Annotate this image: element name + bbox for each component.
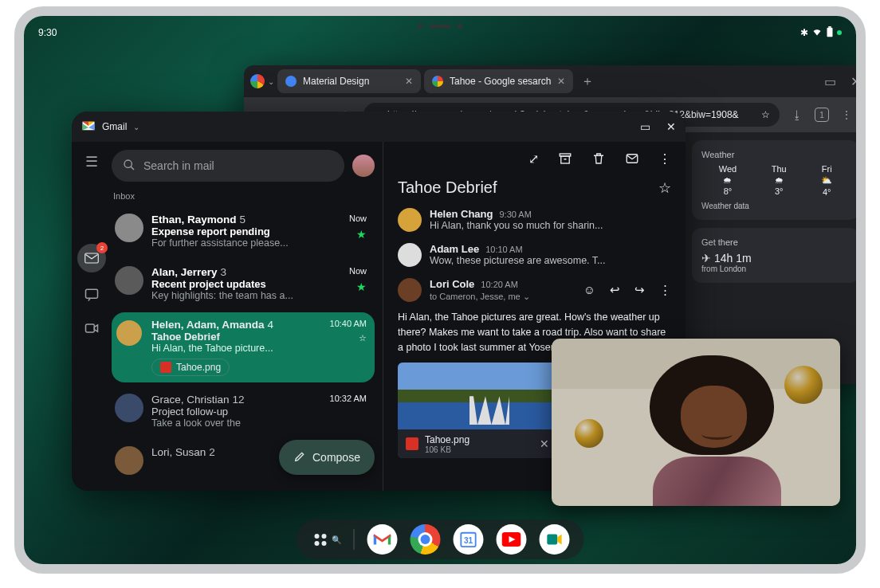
avatar-icon (115, 319, 143, 347)
maximize-icon[interactable]: ▭ (824, 74, 836, 89)
menu-icon[interactable]: ☰ (85, 153, 98, 171)
thread-list-column: Search in mail Inbox Ethan, Raymond5 Exp… (112, 142, 383, 491)
svg-rect-7 (561, 156, 570, 163)
close-window-icon[interactable]: ✕ (666, 120, 676, 133)
get-there-card[interactable]: Get there ✈ 14h 1m from London (692, 228, 859, 283)
nav-rail: ☰ 2 (72, 142, 112, 491)
meet-icon[interactable] (84, 320, 100, 339)
gmail-titlebar[interactable]: Gmail ⌄ ▭ ✕ (72, 112, 686, 142)
taskbar-chrome[interactable] (411, 524, 441, 555)
star-icon[interactable]: ☆ (658, 179, 671, 197)
inbox-label: Inbox (112, 188, 375, 207)
thread-item[interactable]: Grace, Christian12 Project follow-up Tak… (112, 387, 375, 435)
avatar-icon (115, 446, 143, 475)
gmail-title: Gmail (102, 121, 127, 132)
getthere-duration: ✈ 14h 1m (701, 252, 850, 265)
mail-icon (84, 253, 99, 264)
delete-icon[interactable] (591, 151, 606, 169)
status-dot-icon (837, 30, 842, 35)
svg-rect-13 (547, 535, 557, 545)
weather-footer: Weather data (701, 202, 850, 210)
image-file-icon (406, 437, 418, 450)
gmail-logo-icon (81, 120, 96, 134)
bluetooth-icon: ✱ (800, 27, 808, 38)
tablet-frame: 9:30 ✱ ⌄ Material Design ✕ (14, 6, 866, 574)
search-placeholder: Search in mail (143, 159, 214, 172)
search-input[interactable]: Search in mail (112, 150, 344, 182)
taskbar-calendar[interactable]: 31 (454, 524, 484, 555)
mail-nav-button[interactable]: 2 (77, 244, 106, 272)
status-bar: 9:30 ✱ (38, 24, 842, 41)
more-icon[interactable]: ⋮ (658, 151, 671, 169)
image-file-icon (160, 362, 171, 373)
star-icon[interactable]: ★ (356, 228, 367, 241)
close-tab-icon[interactable]: ✕ (405, 76, 413, 87)
taskbar-gmail[interactable] (367, 524, 398, 555)
new-tab-button[interactable]: ＋ (576, 70, 599, 92)
expanded-message: Lori Cole10:20 AM to Cameron, Jesse, me … (398, 278, 671, 302)
svg-rect-2 (85, 253, 99, 263)
more-icon[interactable]: ⋮ (659, 283, 671, 297)
weather-card[interactable]: Weather Wed🌧8° Thu🌧3° Fri⛅4° Weather dat… (692, 140, 859, 220)
compose-button[interactable]: Compose (279, 440, 375, 475)
favicon-icon (285, 76, 297, 87)
thread-item[interactable]: Ethan, Raymond5 Expense report pending F… (112, 207, 375, 255)
chrome-tabbar: ⌄ Material Design ✕ Tahoe - Google sesar… (244, 65, 866, 97)
getthere-title: Get there (701, 237, 850, 247)
taskbar: 🔍 31 (297, 519, 584, 559)
archive-icon[interactable] (558, 151, 572, 169)
star-icon[interactable]: ★ (356, 280, 367, 293)
chevron-down-icon[interactable]: ⌄ (133, 123, 139, 131)
taskbar-youtube[interactable] (497, 524, 527, 555)
attachment-preview[interactable]: Tahoe.png 106 KB ✕ (398, 363, 557, 458)
tab-count[interactable]: 1 (815, 108, 829, 122)
weather-title: Weather (701, 150, 850, 159)
mail-badge: 2 (96, 242, 108, 253)
attachment-chip[interactable]: Tahoe.png (151, 359, 230, 376)
avatar-icon (115, 214, 143, 242)
expand-icon[interactable]: ⤢ (528, 151, 539, 169)
svg-point-5 (124, 160, 132, 167)
tab-label: Tahoe - Google sesarch (450, 76, 551, 87)
download-icon[interactable]: ⭳ (788, 108, 807, 121)
emoji-icon[interactable]: ☺ (583, 283, 595, 297)
close-tab-icon[interactable]: ✕ (557, 76, 565, 87)
chat-icon[interactable] (84, 287, 100, 306)
avatar-icon (115, 266, 143, 295)
weather-day: Wed🌧8° (719, 164, 737, 197)
svg-rect-1 (828, 26, 831, 28)
weather-day: Thu🌧3° (772, 164, 787, 197)
app-drawer-button[interactable]: 🔍 (311, 530, 341, 549)
chrome-app-switcher[interactable]: ⌄ (250, 74, 274, 88)
tab-label: Material Design (303, 76, 369, 87)
attachment-name: Tahoe.png (425, 434, 469, 445)
maximize-icon[interactable]: ▭ (640, 120, 650, 133)
taskbar-meet[interactable] (540, 524, 570, 555)
star-icon[interactable]: ☆ (761, 109, 770, 120)
mark-unread-icon[interactable] (625, 151, 639, 169)
svg-rect-3 (86, 289, 98, 298)
thread-item[interactable]: Alan, Jerrery3 Recent project updates Ke… (112, 260, 375, 308)
reply-icon[interactable]: ↩ (610, 283, 620, 297)
thread-item-selected[interactable]: Helen, Adam, Amanda4 Tahoe Debrief Hi Al… (112, 312, 375, 382)
person-illustration (632, 352, 805, 506)
battery-icon (826, 26, 834, 40)
svg-rect-0 (827, 27, 833, 36)
chevron-down-icon[interactable]: ⌄ (523, 292, 530, 301)
tab-material-design[interactable]: Material Design ✕ (277, 69, 421, 93)
collapsed-message[interactable]: Helen Chang9:30 AM Hi Alan, thank you so… (398, 208, 671, 232)
video-call-pip[interactable] (552, 339, 840, 506)
star-icon[interactable]: ☆ (359, 333, 367, 343)
forward-icon[interactable]: ↪ (634, 283, 645, 297)
close-icon[interactable]: ✕ (540, 437, 549, 450)
status-icons: ✱ (800, 26, 842, 40)
svg-text:31: 31 (464, 536, 473, 545)
avatar-icon (115, 394, 143, 422)
chrome-icon (250, 74, 265, 88)
tab-tahoe-search[interactable]: Tahoe - Google sesarch ✕ (424, 69, 573, 93)
menu-icon[interactable]: ⋮ (837, 108, 856, 121)
close-window-icon[interactable]: ✕ (851, 74, 861, 89)
weather-day: Fri⛅4° (821, 164, 832, 197)
collapsed-message[interactable]: Adam Lee10:10 AM Wow, these picturese ar… (398, 243, 671, 267)
account-avatar[interactable] (352, 155, 375, 177)
